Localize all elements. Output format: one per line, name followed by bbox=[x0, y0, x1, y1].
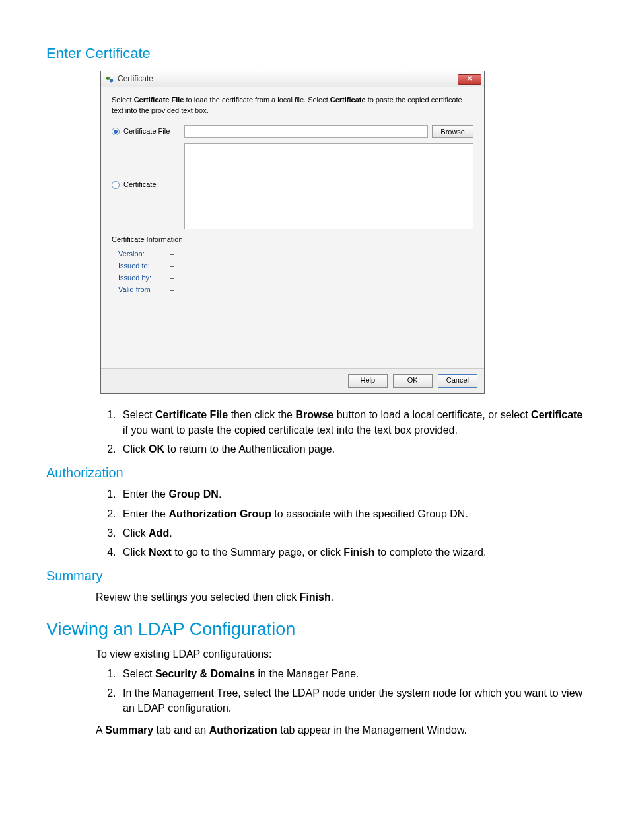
radio-certificate-file[interactable] bbox=[112, 128, 120, 135]
info-issued-by-value: -- bbox=[170, 273, 174, 284]
close-button[interactable]: ✕ bbox=[458, 74, 481, 85]
cert-info-grid: Version:-- Issued to:-- Issued by:-- Val… bbox=[118, 249, 473, 295]
radio-certificate[interactable] bbox=[112, 181, 120, 189]
list-item: In the Management Tree, select the LDAP … bbox=[119, 685, 584, 716]
info-issued-to-label: Issued to: bbox=[118, 261, 158, 272]
viewing-tail: A Summary tab and an Authorization tab a… bbox=[96, 722, 584, 738]
certificate-dialog: Certificate ✕ Select Certificate File to… bbox=[100, 71, 485, 394]
dialog-instruction: Select Certificate File to load the cert… bbox=[112, 95, 473, 116]
cancel-button[interactable]: Cancel bbox=[438, 374, 477, 388]
heading-viewing-ldap: Viewing an LDAP Configuration bbox=[46, 617, 584, 642]
list-item: Click Add. bbox=[119, 525, 584, 541]
ok-button[interactable]: OK bbox=[393, 374, 433, 388]
heading-summary: Summary bbox=[46, 566, 584, 586]
browse-button[interactable]: Browse bbox=[432, 125, 473, 138]
radio-certificate-label: Certificate bbox=[123, 180, 157, 190]
info-version-value: -- bbox=[170, 249, 174, 260]
info-issued-by-label: Issued by: bbox=[118, 273, 158, 284]
summary-text: Review the settings you selected then cl… bbox=[96, 590, 584, 605]
info-version-label: Version: bbox=[118, 249, 158, 260]
certificate-textarea[interactable] bbox=[184, 143, 473, 229]
radio-certificate-file-label: Certificate File bbox=[123, 126, 170, 137]
dialog-titlebar: Certificate ✕ bbox=[101, 71, 484, 87]
enter-cert-steps: Select Certificate File then click the B… bbox=[46, 407, 584, 457]
dialog-title: Certificate bbox=[118, 73, 153, 85]
viewing-intro: To view existing LDAP configurations: bbox=[96, 646, 584, 662]
app-icon bbox=[105, 75, 114, 84]
help-button[interactable]: Help bbox=[348, 374, 388, 388]
cert-info-heading: Certificate Information bbox=[112, 235, 473, 245]
list-item: Enter the Authorization Group to associa… bbox=[119, 506, 584, 521]
heading-authorization: Authorization bbox=[46, 463, 584, 482]
list-item: Click Next to go to the Summary page, or… bbox=[119, 545, 584, 560]
info-valid-from-label: Valid from bbox=[118, 285, 158, 295]
certificate-file-input[interactable] bbox=[184, 125, 428, 138]
info-issued-to-value: -- bbox=[170, 261, 174, 272]
viewing-steps: Select Security & Domains in the Manager… bbox=[46, 666, 584, 716]
info-valid-from-value: -- bbox=[170, 285, 174, 295]
authorization-steps: Enter the Group DN. Enter the Authorizat… bbox=[46, 486, 584, 560]
list-item: Select Security & Domains in the Manager… bbox=[119, 666, 584, 681]
heading-enter-certificate: Enter Certificate bbox=[46, 43, 584, 64]
list-item: Select Certificate File then click the B… bbox=[119, 407, 584, 438]
list-item: Click OK to return to the Authentication… bbox=[119, 441, 584, 457]
list-item: Enter the Group DN. bbox=[119, 486, 584, 502]
